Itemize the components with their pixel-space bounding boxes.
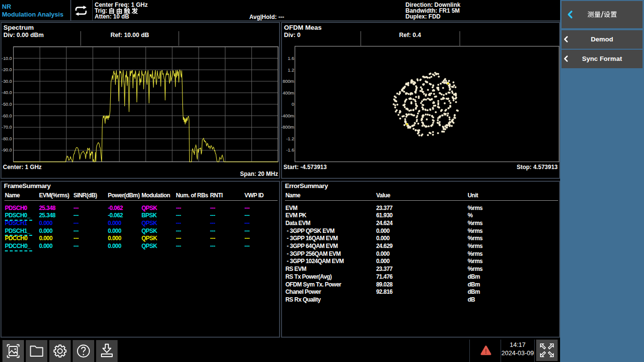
svg-text:-80.0: -80.0 (1, 136, 12, 141)
svg-text:-10.0: -10.0 (1, 56, 12, 61)
svg-text:1.2: 1.2 (288, 67, 294, 73)
svg-text:1.6: 1.6 (288, 56, 294, 61)
svg-text:-60.0: -60.0 (1, 114, 12, 118)
svg-text:-50.0: -50.0 (1, 102, 12, 107)
svg-text:-1.6: -1.6 (286, 147, 294, 152)
svg-text:-90.0: -90.0 (1, 148, 12, 152)
svg-text:-20.0: -20.0 (1, 67, 12, 72)
svg-text:400m: 400m (282, 90, 294, 95)
svg-text:-70.0: -70.0 (1, 125, 12, 130)
svg-text:800m: 800m (282, 78, 294, 84)
svg-text:-1.2: -1.2 (286, 136, 294, 141)
svg-text:-400m: -400m (281, 113, 294, 118)
svg-text:-800m: -800m (281, 124, 294, 130)
svg-text:-40.0: -40.0 (1, 90, 12, 95)
svg-text:-30.0: -30.0 (1, 79, 12, 84)
svg-text:0: 0 (292, 101, 294, 107)
